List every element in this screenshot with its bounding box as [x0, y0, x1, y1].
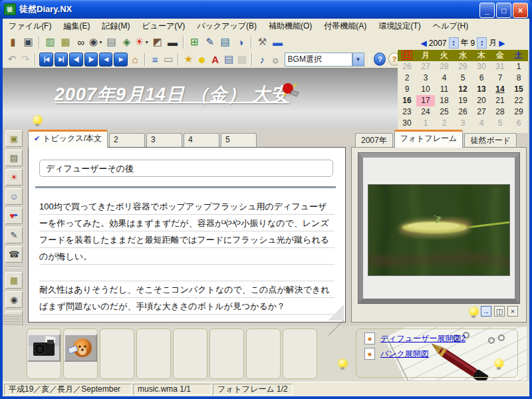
package-viewer-icon[interactable]: ◈	[119, 35, 134, 49]
nav-next-jump-icon[interactable]: |▶	[84, 53, 98, 66]
bgm-dropdown-icon[interactable]: ▼	[352, 53, 364, 66]
topics-list-icon[interactable]: ≡	[148, 53, 162, 66]
help-icon[interactable]: ?	[374, 53, 386, 66]
grid-disabled-icon[interactable]: ▦	[235, 53, 249, 66]
camera-icon[interactable]: ◉▼	[88, 35, 104, 49]
empty-thumb[interactable]	[173, 329, 207, 379]
nav-prev-jump-icon[interactable]: ◀|	[69, 53, 82, 66]
nav-prev-icon[interactable]: ◀	[99, 53, 112, 66]
menu-item[interactable]: 付帯機能(A)	[318, 19, 372, 33]
empty-thumb[interactable]	[283, 329, 317, 379]
calendar-day[interactable]: 25	[435, 106, 454, 118]
empty-thumb[interactable]	[136, 329, 171, 379]
plush-toy-thumb[interactable]	[63, 329, 98, 379]
attachment-link[interactable]: バンク展開図	[380, 348, 429, 360]
calendar-day[interactable]: 2	[435, 118, 454, 129]
undo-icon[interactable]: ↶	[5, 53, 19, 66]
links-lightbulb-icon[interactable]	[495, 359, 503, 368]
calendar-day[interactable]: 10	[416, 84, 435, 95]
edit-pencil-icon[interactable]: ✎	[202, 35, 217, 49]
menu-item[interactable]: ヘルプ(H)	[427, 19, 475, 33]
calendar-day[interactable]: 29	[509, 106, 528, 118]
nav-first-icon[interactable]: |◀	[39, 53, 53, 66]
search-binoculars-icon[interactable]: ∞	[73, 35, 88, 49]
year-spinner[interactable]: ▲▼	[449, 37, 459, 49]
calendar-day[interactable]: 14	[491, 84, 509, 95]
calendar-prev-year-icon[interactable]: ◀	[421, 39, 427, 48]
calendar-day[interactable]: 6	[509, 118, 528, 129]
sun-diary-icon[interactable]: ☀	[5, 169, 23, 186]
menu-item[interactable]: バックアップ(B)	[191, 19, 263, 33]
thumbs-lightbulb-icon[interactable]	[338, 359, 347, 368]
minimize-button[interactable]: _	[479, 3, 495, 18]
calendar-day[interactable]: 31	[491, 61, 509, 72]
menu-item[interactable]: ファイル(F)	[3, 19, 57, 33]
profile-user-icon[interactable]: ☺	[5, 188, 23, 205]
nav-next-icon[interactable]: ▶	[114, 53, 127, 66]
save-floppy-icon[interactable]: ▣	[21, 35, 36, 49]
redo-icon[interactable]: ↷	[19, 53, 32, 66]
menu-item[interactable]: 記録(M)	[96, 19, 136, 33]
album-folder-icon[interactable]: ▦	[5, 272, 23, 289]
calendar-day[interactable]: 7	[491, 72, 509, 84]
month-spinner[interactable]: ▲▼	[477, 37, 487, 49]
calendar-day[interactable]: 3	[416, 72, 435, 84]
brightness-icon[interactable]: ☼	[269, 53, 282, 66]
calendar-day[interactable]: 4	[435, 72, 454, 84]
entry-body-text[interactable]: 100均で買ってきたポリ容器でポップアップフラッシュ用のディフューザーを作ってみ…	[39, 198, 334, 315]
calendar-day[interactable]: 23	[398, 106, 416, 118]
new-page-icon[interactable]: ▭	[162, 53, 175, 66]
calendar-day[interactable]: 4	[472, 118, 491, 129]
template-doc-icon[interactable]: ▤	[222, 53, 235, 66]
bgm-select[interactable]: BGM選択▼	[285, 53, 364, 66]
calendar-day[interactable]: 13	[472, 84, 491, 95]
topics-lightbulb-icon[interactable]	[33, 116, 42, 124]
effects-sun-icon[interactable]: ☀▼	[134, 35, 150, 49]
view-table-icon[interactable]: ▦	[58, 35, 73, 49]
clipboard-icon[interactable]: ▤	[5, 150, 23, 166]
swap-photo-icon[interactable]: ◫	[494, 306, 505, 317]
calendar-day[interactable]: 19	[454, 95, 472, 106]
camera-diffuser-thumb[interactable]	[27, 329, 61, 379]
heart-weather-icon[interactable]: ♥☂	[5, 207, 23, 224]
tab-2007年[interactable]: 2007年	[355, 133, 393, 148]
calendar-day[interactable]: 30	[472, 61, 491, 72]
tab-トピックス/本文[interactable]: ✔トピックス/本文	[28, 130, 108, 148]
chart-sphere-icon[interactable]: ◑	[233, 35, 248, 49]
calendar-day[interactable]: 27	[416, 61, 435, 72]
exit-door-icon[interactable]: ▮	[5, 35, 21, 49]
menu-item[interactable]: 環境設定(T)	[372, 19, 426, 33]
mobile-phone-icon[interactable]: ☎	[5, 246, 23, 263]
memo-pad-icon[interactable]: ✎	[5, 227, 23, 243]
calendar-day[interactable]: 1	[416, 118, 435, 129]
fullscreen-photo-icon[interactable]: ×	[507, 306, 518, 317]
calendar-day[interactable]: 3	[454, 118, 472, 129]
calendar-day[interactable]: 5	[454, 72, 472, 84]
tab-3[interactable]: 3	[146, 133, 182, 148]
print-icon[interactable]: ▤	[104, 35, 119, 49]
close-button[interactable]: ×	[513, 3, 528, 18]
page-corner-fold[interactable]	[328, 305, 344, 321]
entry-title-field[interactable]: ディフューザーその後	[39, 160, 333, 177]
calendar-day[interactable]: 28	[491, 106, 509, 118]
view-columns-icon[interactable]: ▥	[43, 35, 58, 49]
calendar-day[interactable]: 5	[491, 118, 509, 129]
title-bar[interactable]: 徒 徒然Diary.NX _ □ ×	[0, 0, 532, 19]
calendar-day[interactable]: 9	[398, 84, 416, 95]
next-photo-icon[interactable]: →	[481, 306, 491, 317]
calendar-day[interactable]: 24	[416, 106, 435, 118]
calendar-day[interactable]: 6	[472, 72, 491, 84]
tools-hammer-icon[interactable]: ⚒	[255, 35, 270, 49]
tab-フォトフレーム[interactable]: フォトフレーム	[394, 130, 464, 148]
editor-window-icon[interactable]: ⊞	[187, 35, 202, 49]
favorite-star-icon[interactable]: ★	[182, 53, 195, 66]
calendar-day[interactable]: 20	[472, 95, 491, 106]
emoticon-smiley-icon[interactable]: ☻	[195, 53, 208, 66]
photo-export-icon[interactable]: ◩	[150, 35, 165, 49]
music-note-icon[interactable]: ♪	[255, 53, 269, 66]
calendar-day[interactable]: 26	[398, 61, 416, 72]
calendar-day[interactable]: 11	[435, 84, 454, 95]
calendar-day[interactable]: 1	[509, 61, 528, 72]
calendar-day[interactable]: 28	[435, 61, 454, 72]
address-book-icon[interactable]: ▤	[217, 35, 233, 49]
